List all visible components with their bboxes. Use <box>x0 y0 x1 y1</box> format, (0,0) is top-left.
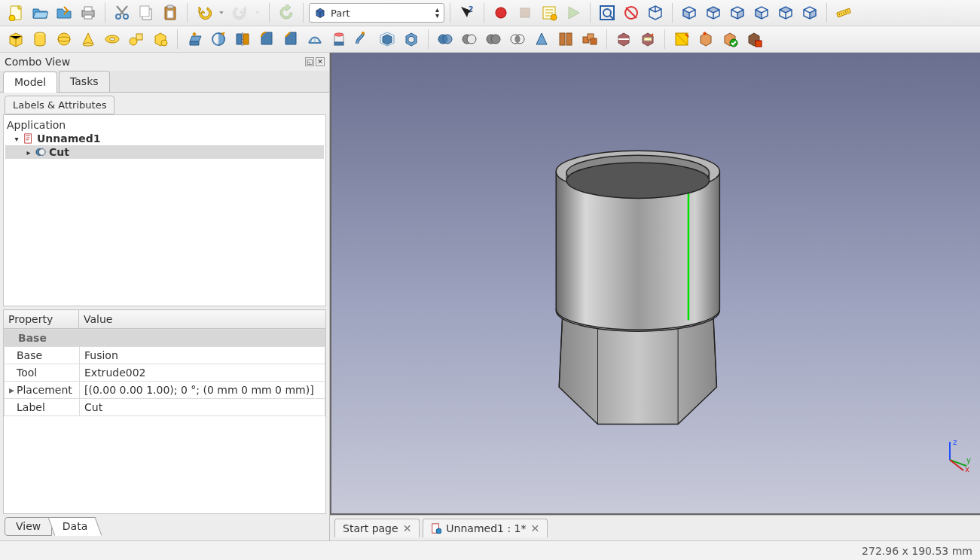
svg-line-61 <box>950 460 966 466</box>
expand-icon[interactable]: ▸ <box>25 148 32 157</box>
refine-shape-icon[interactable] <box>695 28 717 50</box>
compound-icon[interactable] <box>579 28 601 50</box>
part-workbench-icon <box>314 7 326 19</box>
boolean-icon[interactable] <box>434 28 456 50</box>
macros-icon[interactable] <box>538 2 560 24</box>
property-row[interactable]: LabelCut <box>5 399 325 416</box>
intersect-icon[interactable] <box>506 28 529 50</box>
fillet-icon[interactable] <box>255 28 278 50</box>
svg-point-66 <box>436 528 441 534</box>
cross-sections-icon[interactable] <box>554 28 577 50</box>
workbench-selector[interactable]: Part▴▾ <box>309 3 444 23</box>
new-file-icon[interactable] <box>5 2 27 24</box>
iso-view-icon[interactable] <box>644 2 667 24</box>
col-value: Value <box>79 310 326 329</box>
make-face-icon[interactable] <box>670 28 693 50</box>
doc-tab-unnamed[interactable]: Unnamed1 : 1* ✕ <box>423 519 548 537</box>
measure-icon[interactable] <box>832 2 855 24</box>
model-tree[interactable]: Application ▾ Unnamed1 ▸ Cut <box>3 114 326 306</box>
chamfer-icon[interactable] <box>279 28 302 50</box>
svg-line-63 <box>950 460 963 470</box>
svg-rect-50 <box>756 41 762 47</box>
svg-rect-46 <box>591 38 597 44</box>
svg-point-29 <box>161 40 167 46</box>
shape2dview-icon[interactable] <box>530 28 553 50</box>
svg-point-22 <box>58 33 70 45</box>
cube-icon[interactable] <box>5 28 27 50</box>
workbench-label: Part <box>331 8 350 19</box>
print-icon[interactable] <box>77 2 99 24</box>
collapse-icon[interactable]: ▾ <box>13 135 20 143</box>
svg-rect-28 <box>136 34 142 40</box>
zoom-fit-icon[interactable] <box>596 2 618 24</box>
close-icon[interactable]: ✕ <box>403 522 412 534</box>
tab-tasks[interactable]: Tasks <box>59 71 110 92</box>
sweep-icon[interactable] <box>352 28 374 50</box>
svg-text:x: x <box>965 465 969 472</box>
union-icon[interactable] <box>482 28 505 50</box>
svg-rect-4 <box>84 15 92 19</box>
tree-document[interactable]: ▾ Unnamed1 <box>5 132 324 145</box>
tab-view[interactable]: View <box>5 517 52 536</box>
front-view-icon[interactable] <box>678 2 701 24</box>
tab-data[interactable]: Data <box>48 517 103 536</box>
undock-icon[interactable]: ◱ <box>305 57 314 66</box>
cylinder-icon[interactable] <box>29 28 51 50</box>
thickness-icon[interactable] <box>400 28 423 50</box>
defeaturing-icon[interactable] <box>743 28 765 50</box>
tab-model[interactable]: Model <box>3 72 57 93</box>
chevron-updown-icon: ▴▾ <box>435 7 439 19</box>
svg-point-31 <box>334 33 343 36</box>
combo-tabs: Model Tasks <box>0 71 329 93</box>
cut-bool-icon[interactable] <box>458 28 481 50</box>
shape-builder-icon[interactable] <box>149 28 172 50</box>
svg-rect-47 <box>644 38 652 41</box>
doc-tab-start[interactable]: Start page ✕ <box>334 519 420 537</box>
property-row[interactable]: BaseFusion <box>5 347 325 364</box>
property-row[interactable]: ▸Placement[(0.00 0.00 1.00); 0 °; (0 mm … <box>5 382 325 399</box>
draw-style-icon[interactable] <box>620 2 643 24</box>
tree-item-cut[interactable]: ▸ Cut <box>5 145 324 159</box>
torus-icon[interactable] <box>101 28 124 50</box>
open-file-icon[interactable] <box>29 2 51 24</box>
top-view-icon[interactable] <box>702 2 725 24</box>
bottom-view-icon[interactable] <box>774 2 797 24</box>
section-icon[interactable] <box>612 28 635 50</box>
sphere-icon[interactable] <box>53 28 75 50</box>
property-group: Base <box>5 330 325 347</box>
close-panel-icon[interactable]: ✕ <box>316 57 325 66</box>
property-tabs: View Data <box>0 514 329 540</box>
cross-section-icon[interactable] <box>637 28 659 50</box>
svg-point-37 <box>467 35 476 44</box>
whats-this-icon[interactable]: ? <box>456 2 478 24</box>
svg-rect-43 <box>566 33 572 45</box>
revolve-icon[interactable] <box>207 28 230 50</box>
copy-icon[interactable] <box>135 2 157 24</box>
ruled-surface-icon[interactable] <box>304 28 326 50</box>
document-tabs: Start page ✕ Unnamed1 : 1* ✕ <box>330 515 980 540</box>
redo-icon <box>229 2 252 24</box>
3d-viewport[interactable]: z y x <box>330 53 980 515</box>
cut-icon[interactable] <box>111 2 133 24</box>
mirror-icon[interactable] <box>231 28 254 50</box>
status-bar: 272.96 x 190.53 mm <box>0 540 980 560</box>
paste-icon[interactable] <box>159 2 182 24</box>
undo-icon[interactable] <box>193 2 215 24</box>
primitives-icon[interactable] <box>125 28 148 50</box>
close-icon[interactable]: ✕ <box>531 522 540 534</box>
loft-icon[interactable] <box>328 28 350 50</box>
svg-text:z: z <box>953 438 957 446</box>
rear-view-icon[interactable] <box>750 2 773 24</box>
cone-icon[interactable] <box>77 28 99 50</box>
extrude-icon[interactable] <box>183 28 206 50</box>
undo-menu-icon[interactable] <box>217 2 227 24</box>
offset-3d-icon[interactable] <box>376 28 398 50</box>
left-view-icon[interactable] <box>798 2 821 24</box>
right-view-icon[interactable] <box>726 2 749 24</box>
svg-point-16 <box>551 14 557 20</box>
svg-point-33 <box>362 32 365 35</box>
record-icon[interactable] <box>490 2 512 24</box>
property-row[interactable]: ToolExtrude002 <box>5 364 325 382</box>
check-geometry-icon[interactable] <box>719 28 741 50</box>
save-icon[interactable] <box>53 2 75 24</box>
